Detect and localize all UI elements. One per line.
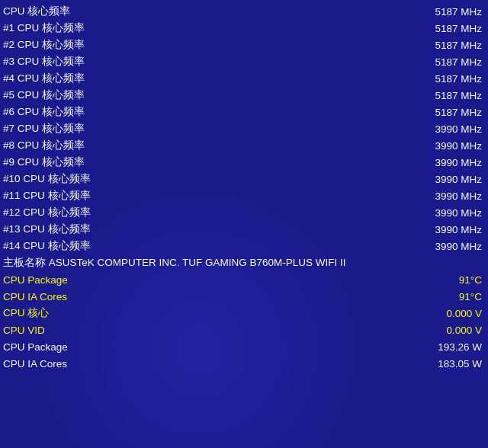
table-row: #2 CPU 核心频率5187 MHz	[0, 37, 488, 53]
table-row: #1 CPU 核心频率5187 MHz	[0, 20, 488, 37]
table-row: CPU IA Cores183.05 W	[0, 355, 488, 372]
row-value: 91°C	[459, 291, 482, 302]
data-table: CPU 核心频率5187 MHz#1 CPU 核心频率5187 MHz#2 CP…	[0, 0, 488, 375]
row-label: #2 CPU 核心频率	[3, 38, 85, 52]
row-value: 5187 MHz	[435, 23, 482, 34]
row-value: 3990 MHz	[435, 174, 482, 185]
table-row: #14 CPU 核心频率3990 MHz	[0, 238, 488, 254]
row-label: #9 CPU 核心频率	[3, 155, 85, 169]
row-value: 3990 MHz	[435, 224, 482, 235]
row-value: 0.000 V	[446, 308, 482, 319]
row-label: CPU VID	[3, 325, 45, 336]
table-row: #3 CPU 核心频率5187 MHz	[0, 53, 488, 70]
row-label: #10 CPU 核心频率	[3, 172, 91, 186]
table-row: CPU VID0.000 V	[0, 322, 488, 338]
table-row: CPU IA Cores91°C	[0, 288, 488, 305]
table-row: #6 CPU 核心频率5187 MHz	[0, 104, 488, 120]
row-label: #8 CPU 核心频率	[3, 139, 85, 152]
row-label: CPU Package	[3, 341, 68, 353]
table-row: #10 CPU 核心频率3990 MHz	[0, 171, 488, 187]
table-row: #8 CPU 核心频率3990 MHz	[0, 137, 488, 154]
row-label: #11 CPU 核心频率	[3, 189, 91, 203]
row-value: 5187 MHz	[435, 56, 482, 68]
row-value: 3990 MHz	[435, 241, 482, 252]
row-label: #12 CPU 核心频率	[3, 206, 91, 219]
row-label: #5 CPU 核心频率	[3, 88, 85, 102]
row-value: 5187 MHz	[435, 40, 482, 51]
row-label: #13 CPU 核心频率	[3, 222, 91, 236]
table-row: CPU 核心频率5187 MHz	[0, 3, 488, 20]
table-row: CPU Package91°C	[0, 271, 488, 288]
row-value: 3990 MHz	[435, 123, 482, 135]
table-row: 主板名称 ASUSTeK COMPUTER INC. TUF GAMING B7…	[0, 254, 488, 271]
row-label: CPU 核心	[3, 306, 49, 320]
row-value: 193.26 W	[438, 341, 482, 353]
row-label: #4 CPU 核心频率	[3, 72, 85, 85]
row-label: CPU 核心频率	[3, 5, 70, 18]
table-row: CPU 核心0.000 V	[0, 305, 488, 322]
row-label: #1 CPU 核心频率	[3, 21, 85, 35]
table-row: #5 CPU 核心频率5187 MHz	[0, 87, 488, 104]
row-value: 5187 MHz	[435, 90, 482, 101]
row-label: 主板名称 ASUSTeK COMPUTER INC. TUF GAMING B7…	[3, 256, 346, 270]
row-value: 3990 MHz	[435, 140, 482, 152]
table-row: #7 CPU 核心频率3990 MHz	[0, 120, 488, 137]
row-value: 3990 MHz	[435, 157, 482, 168]
row-value: 91°C	[459, 274, 482, 286]
row-value: 183.05 W	[438, 358, 482, 370]
row-value: 3990 MHz	[435, 190, 482, 202]
table-row: #11 CPU 核心频率3990 MHz	[0, 187, 488, 204]
row-label: CPU IA Cores	[3, 358, 67, 370]
table-row: CPU Package193.26 W	[0, 338, 488, 355]
row-label: CPU Package	[3, 274, 68, 286]
row-label: #6 CPU 核心频率	[3, 105, 85, 119]
row-label: #3 CPU 核心频率	[3, 55, 85, 69]
row-label: #7 CPU 核心频率	[3, 122, 85, 136]
table-row: #12 CPU 核心频率3990 MHz	[0, 204, 488, 221]
row-value: 5187 MHz	[435, 107, 482, 118]
table-row: #4 CPU 核心频率5187 MHz	[0, 70, 488, 87]
table-row: #13 CPU 核心频率3990 MHz	[0, 221, 488, 238]
row-value: 3990 MHz	[435, 207, 482, 219]
row-value: 0.000 V	[446, 325, 482, 336]
table-row: #9 CPU 核心频率3990 MHz	[0, 154, 488, 171]
row-value: 5187 MHz	[435, 6, 482, 18]
row-label: #14 CPU 核心频率	[3, 239, 91, 253]
row-value: 5187 MHz	[435, 73, 482, 85]
row-label: CPU IA Cores	[3, 291, 67, 302]
